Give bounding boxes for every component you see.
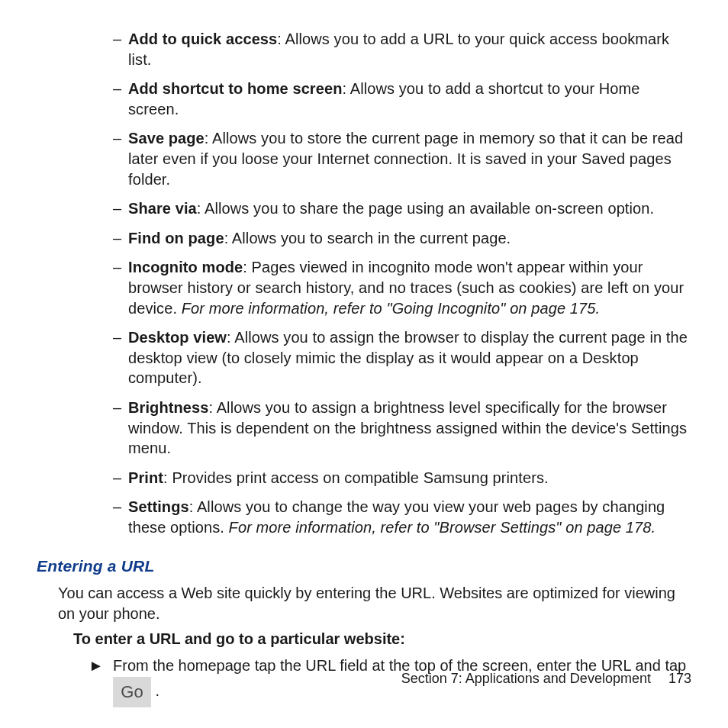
definition-item: –Find on page: Allows you to search in t… [37,228,691,249]
definition-term: Add shortcut to home screen [128,80,343,97]
definition-desc: : Allows you to assign a brightness leve… [128,399,687,456]
step-text-after: . [156,683,160,700]
definition-desc: : Provides print access on compatible Sa… [163,469,549,486]
definition-item: –Desktop view: Allows you to assign the … [37,327,691,388]
cross-reference: For more information, refer to "Going In… [182,300,600,317]
dash-icon: – [113,228,121,249]
dash-icon: – [113,257,121,278]
cross-reference: For more information, refer to "Browser … [229,519,656,536]
dash-icon: – [113,198,121,219]
definition-item: –Save page: Allows you to store the curr… [37,128,691,189]
document-page: –Add to quick access: Allows you to add … [0,0,728,728]
definition-term: Save page [128,130,205,147]
definition-item: –Brightness: Allows you to assign a brig… [37,398,691,459]
dash-icon: – [113,327,121,348]
intro-paragraph: You can access a Web site quickly by ent… [58,583,691,624]
definition-desc: : Allows you to search in the current pa… [224,230,511,246]
dash-icon: – [113,128,121,149]
definition-item: –Add shortcut to home screen: Allows you… [37,79,691,119]
go-button[interactable]: Go [113,677,151,707]
definition-term: Incognito mode [128,259,243,275]
dash-icon: – [113,468,121,488]
definition-item: –Share via: Allows you to share the page… [37,198,691,219]
definition-term: Settings [128,498,189,515]
section-heading: Entering a URL [37,557,691,575]
definition-desc: : Allows you to share the page using an … [197,200,654,217]
dash-icon: – [113,29,121,50]
definition-item: –Settings: Allows you to change the way … [37,497,691,537]
footer-section: Section 7: Applications and Development [401,671,651,686]
definition-item: –Add to quick access: Allows you to add … [37,29,691,69]
footer-page-number: 173 [668,671,691,686]
definition-item: –Print: Provides print access on compati… [37,468,691,488]
dash-icon: – [113,79,121,99]
sub-heading: To enter a URL and go to a particular we… [73,630,691,648]
definition-desc: : Allows you to store the current page i… [128,130,683,187]
arrow-icon: ► [89,654,104,677]
definition-term: Brightness [128,399,208,416]
page-footer: Section 7: Applications and Development … [401,671,691,687]
definition-term: Add to quick access [128,31,277,47]
dash-icon: – [113,398,121,418]
definition-term: Find on page [128,230,224,246]
definition-term: Desktop view [128,329,227,346]
dash-icon: – [113,497,121,517]
definition-list: –Add to quick access: Allows you to add … [37,29,691,537]
definition-term: Print [128,469,163,486]
definition-term: Share via [128,200,197,217]
definition-item: –Incognito mode: Pages viewed in incogni… [37,257,691,318]
